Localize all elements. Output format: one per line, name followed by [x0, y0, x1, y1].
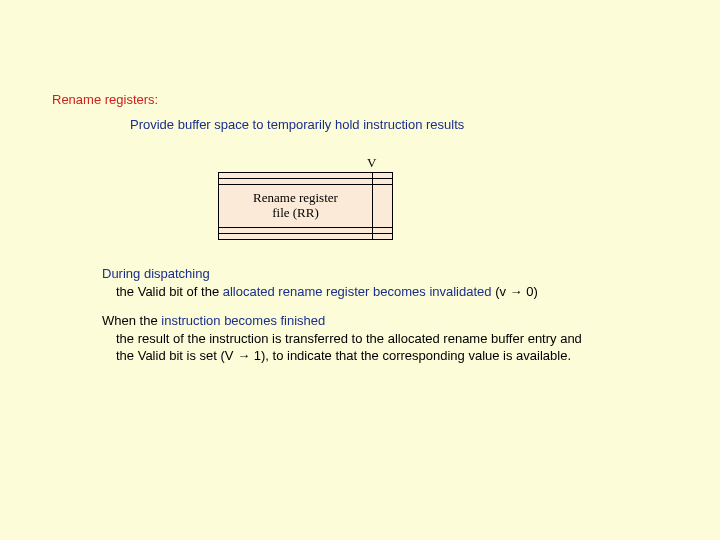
register-file-box: Rename register file (RR) [218, 172, 393, 240]
rename-register-diagram: V Rename register file (RR) [218, 157, 398, 225]
box-title-line1: Rename register [253, 190, 338, 205]
p1-text-c: 0) [523, 284, 538, 299]
paragraph-dispatching: During dispatching the Valid bit of the … [102, 265, 662, 300]
paragraph-finished: When the instruction becomes finished th… [102, 312, 682, 365]
arrow-icon: → [237, 348, 250, 363]
p1-text-b: (v [492, 284, 510, 299]
p2-lead-a: When the [102, 313, 161, 328]
p1-blue: allocated rename register becomes invali… [223, 284, 492, 299]
p2-line2: the result of the instruction is transfe… [102, 330, 682, 348]
box-title-line2: file (RR) [272, 205, 319, 220]
p2-line3-b: 1), to indicate that the corresponding v… [250, 348, 571, 363]
arrow-icon: → [510, 284, 523, 299]
p1-text-a: the Valid bit of the [116, 284, 223, 299]
p2-lead-blue: instruction becomes finished [161, 313, 325, 328]
p2-line3-a: the Valid bit is set (V [116, 348, 237, 363]
section-heading: Rename registers: [52, 92, 158, 107]
p1-lead: During dispatching [102, 266, 210, 281]
section-subtitle: Provide buffer space to temporarily hold… [130, 117, 464, 132]
valid-bit-label: V [367, 155, 376, 171]
